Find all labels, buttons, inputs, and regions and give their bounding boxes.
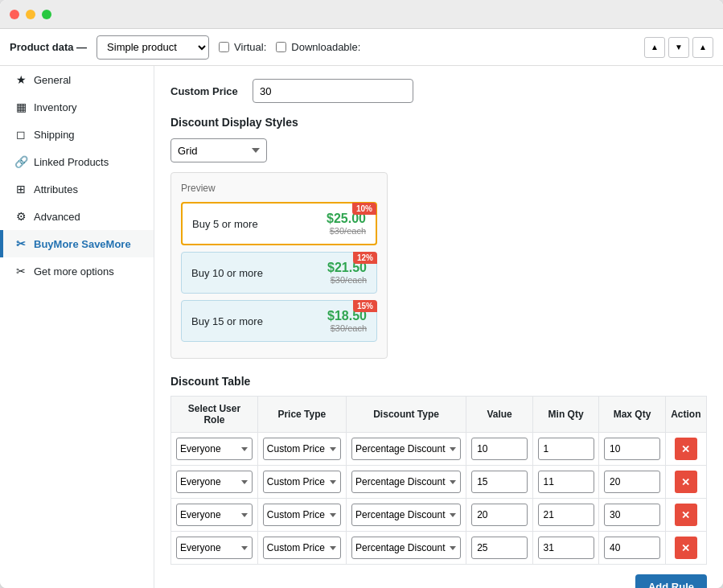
sidebar-item-label: General xyxy=(34,74,71,86)
get-more-options-icon: ✂ xyxy=(14,265,27,278)
table-row: Everyone Administrator Customer Custom P… xyxy=(171,532,707,565)
th-value: Value xyxy=(466,397,532,433)
th-action: Action xyxy=(665,397,706,433)
expand-arrow-button[interactable]: ▲ xyxy=(692,37,713,58)
preview-label: Preview xyxy=(181,183,377,194)
sidebar-item-label: Get more options xyxy=(34,265,114,278)
max-qty-input-1[interactable] xyxy=(604,471,660,493)
th-discount-type: Discount Type xyxy=(346,397,466,433)
preview-box: Preview Buy 5 or more $25.00 $30/each 10… xyxy=(170,172,388,359)
th-max-qty: Max Qty xyxy=(599,397,665,433)
card-qty-1: Buy 5 or more xyxy=(192,218,258,230)
delete-row-button-2[interactable]: ✕ xyxy=(675,504,697,526)
sidebar-item-general[interactable]: ★ General xyxy=(0,66,154,93)
minimize-button[interactable] xyxy=(26,10,35,19)
max-qty-input-0[interactable] xyxy=(604,438,660,460)
preview-card-2: Buy 10 or more $21.50 $30/each 12% xyxy=(181,252,377,294)
sidebar-item-inventory[interactable]: ▦ Inventory xyxy=(0,93,154,121)
virtual-checkbox[interactable] xyxy=(219,42,229,52)
custom-price-input[interactable] xyxy=(253,79,413,103)
sidebar-item-label: Inventory xyxy=(34,101,76,113)
sidebar-item-label: Attributes xyxy=(34,183,78,195)
th-user-role: Select UserRole xyxy=(171,397,258,433)
sidebar-item-label: Shipping xyxy=(34,129,75,141)
sidebar-item-buymore-savemore[interactable]: ✂ BuyMore SaveMore xyxy=(0,230,154,257)
downloadable-label: Downloadable: xyxy=(291,41,360,53)
discount-table-title: Discount Table xyxy=(170,375,707,388)
sidebar-item-label: BuyMore SaveMore xyxy=(34,238,131,250)
maximize-button[interactable] xyxy=(42,10,51,19)
discount-type-select-1[interactable]: Percentage Discount Fixed Discount xyxy=(351,471,461,493)
main-toolbar: Product data — Simple product Virtual: D… xyxy=(0,29,723,66)
prev-arrow-button[interactable]: ▲ xyxy=(644,37,665,58)
card-badge-1: 10% xyxy=(352,203,376,215)
linked-products-icon: 🔗 xyxy=(14,155,27,168)
card-qty-2: Buy 10 or more xyxy=(191,267,263,279)
shipping-icon: ◻ xyxy=(14,128,27,141)
discount-type-select-2[interactable]: Percentage Discount Fixed Discount xyxy=(351,504,461,526)
max-qty-input-3[interactable] xyxy=(604,537,660,559)
min-qty-input-3[interactable] xyxy=(538,537,594,559)
downloadable-checkbox-group: Downloadable: xyxy=(276,41,360,53)
custom-price-row: Custom Price xyxy=(170,79,707,103)
buymore-icon: ✂ xyxy=(14,237,27,250)
discount-type-select-3[interactable]: Percentage Discount Fixed Discount xyxy=(351,537,461,559)
body-area: ★ General ▦ Inventory ◻ Shipping 🔗 Linke… xyxy=(0,66,723,588)
th-min-qty: Min Qty xyxy=(532,397,598,433)
delete-row-button-1[interactable]: ✕ xyxy=(675,471,697,493)
preview-card-3: Buy 15 or more $18.50 $30/each 15% xyxy=(181,300,377,342)
card-price-original-1: $30/each xyxy=(327,226,366,236)
add-rule-button[interactable]: Add Rule xyxy=(635,574,707,588)
min-qty-input-2[interactable] xyxy=(538,504,594,526)
sidebar-item-linked-products[interactable]: 🔗 Linked Products xyxy=(0,148,154,175)
custom-price-label: Custom Price xyxy=(170,85,243,97)
product-data-label: Product data — xyxy=(10,41,87,53)
min-qty-input-1[interactable] xyxy=(538,471,594,493)
price-type-select-1[interactable]: Custom Price Fixed Price xyxy=(263,471,341,493)
product-type-select[interactable]: Simple product xyxy=(97,35,209,60)
general-icon: ★ xyxy=(14,73,27,86)
th-price-type: Price Type xyxy=(257,397,346,433)
value-input-3[interactable] xyxy=(471,537,528,559)
discount-table-section: Discount Table Select UserRole Price Typ… xyxy=(170,375,707,588)
user-role-select-3[interactable]: Everyone Administrator Customer xyxy=(176,537,253,559)
delete-row-button-3[interactable]: ✕ xyxy=(675,537,697,559)
user-role-select-1[interactable]: Everyone Administrator Customer xyxy=(176,471,253,493)
content-area: Custom Price Discount Display Styles Gri… xyxy=(154,66,723,588)
downloadable-checkbox[interactable] xyxy=(276,42,286,52)
sidebar-item-advanced[interactable]: ⚙ Advanced xyxy=(0,203,154,230)
discount-type-select-0[interactable]: Percentage Discount Fixed Discount xyxy=(351,438,461,460)
value-input-2[interactable] xyxy=(471,504,528,526)
sidebar-item-shipping[interactable]: ◻ Shipping xyxy=(0,121,154,148)
price-type-select-3[interactable]: Custom Price Fixed Price xyxy=(263,537,341,559)
price-type-select-0[interactable]: Custom Price Fixed Price xyxy=(263,438,341,460)
main-window: Product data — Simple product Virtual: D… xyxy=(0,0,723,588)
virtual-checkbox-group: Virtual: xyxy=(219,41,266,53)
card-price-right-1: $25.00 $30/each xyxy=(327,212,366,236)
price-type-select-2[interactable]: Custom Price Fixed Price xyxy=(263,504,341,526)
delete-row-button-0[interactable]: ✕ xyxy=(675,438,697,460)
card-price-original-3: $30/each xyxy=(327,323,367,333)
discount-display-styles-title: Discount Display Styles xyxy=(170,116,707,129)
display-style-select[interactable]: Grid List Table xyxy=(170,138,267,162)
sidebar-item-attributes[interactable]: ⊞ Attributes xyxy=(0,175,154,203)
value-input-0[interactable] xyxy=(471,438,528,460)
max-qty-input-2[interactable] xyxy=(604,504,660,526)
card-price-original-2: $30/each xyxy=(327,275,367,285)
table-row: Everyone Administrator Customer Custom P… xyxy=(171,499,707,532)
discount-display-row: Grid List Table xyxy=(170,138,707,162)
sidebar-item-get-more-options[interactable]: ✂ Get more options xyxy=(0,257,154,285)
user-role-select-2[interactable]: Everyone Administrator Customer xyxy=(176,504,253,526)
card-badge-2: 12% xyxy=(353,252,377,264)
value-input-1[interactable] xyxy=(471,471,528,493)
card-qty-3: Buy 15 or more xyxy=(191,315,263,327)
table-row: Everyone Administrator Customer Custom P… xyxy=(171,466,707,499)
min-qty-input-0[interactable] xyxy=(538,438,594,460)
virtual-label: Virtual: xyxy=(234,41,266,53)
title-bar xyxy=(0,0,723,29)
attributes-icon: ⊞ xyxy=(14,183,27,195)
next-arrow-button[interactable]: ▼ xyxy=(668,37,689,58)
user-role-select-0[interactable]: Everyone Administrator Customer xyxy=(176,438,253,460)
close-button[interactable] xyxy=(10,10,19,19)
advanced-icon: ⚙ xyxy=(14,210,27,223)
